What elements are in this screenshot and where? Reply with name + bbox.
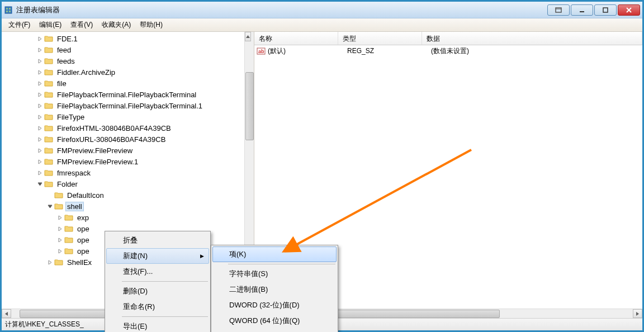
tree-label: ope <box>75 224 91 234</box>
value-type: REG_SZ <box>347 47 431 55</box>
tree-label: ShellEx <box>65 258 93 267</box>
tree-item[interactable]: FilePlaybackTerminal.FilePlaybackTermina… <box>2 89 254 100</box>
expander-icon[interactable] <box>35 179 44 188</box>
expander-icon[interactable] <box>55 246 64 255</box>
context-menu-item[interactable]: 二进制值(B) <box>212 282 337 297</box>
folder-icon <box>44 124 53 132</box>
value-name: (默认) <box>268 46 347 56</box>
tree-item[interactable]: exp <box>2 212 254 223</box>
tree-item[interactable]: FileType <box>2 111 254 122</box>
tree-item[interactable]: fmrespack <box>2 167 254 178</box>
expander-icon[interactable] <box>35 146 44 155</box>
tree-item[interactable]: FilePlaybackTerminal.FilePlaybackTermina… <box>2 100 254 111</box>
context-menu-item[interactable]: 查找(F)... <box>106 264 209 279</box>
expander-icon[interactable] <box>35 79 44 88</box>
expander-icon[interactable] <box>35 68 44 77</box>
context-menu-item[interactable]: 折叠 <box>106 233 209 248</box>
string-value-icon: ab <box>257 46 266 55</box>
tree-label: ope <box>75 235 91 245</box>
folder-icon <box>44 101 53 110</box>
expander-icon[interactable] <box>55 213 64 222</box>
tree-item[interactable]: FMPreview.FilePreview.1 <box>2 156 254 167</box>
tree-item[interactable]: Folder <box>2 178 254 189</box>
tree-label: FilePlaybackTerminal.FilePlaybackTermina… <box>55 90 198 99</box>
folder-icon <box>44 45 53 54</box>
expander-icon[interactable] <box>35 90 44 99</box>
expander-icon[interactable] <box>35 135 44 144</box>
tree-item[interactable]: file <box>2 78 254 89</box>
tree-label: ope <box>75 246 91 256</box>
context-menu-item[interactable]: 字符串值(S) <box>212 266 337 282</box>
expander-icon[interactable] <box>45 191 54 200</box>
context-menu-item[interactable]: 项(K) <box>212 246 337 262</box>
tree-item[interactable]: FMPreview.FilePreview <box>2 145 254 156</box>
context-menu-item[interactable]: DWORD (32-位)值(D) <box>212 297 337 313</box>
tree-label: exp <box>75 213 91 222</box>
context-menu-item[interactable]: 重命名(R) <box>106 299 209 315</box>
tree-item[interactable]: FirefoxURL-308046B0AF4A39CB <box>2 134 254 145</box>
status-path: 计算机\HKEY_CLASSES_ <box>5 320 84 329</box>
close-button[interactable] <box>618 4 640 16</box>
tree-item[interactable]: DefaultIcon <box>2 189 254 201</box>
regedit-window: 注册表编辑器 文件(F) 编辑(E) 查看(V) 收藏夹(A) 帮助(H) FD <box>0 0 644 332</box>
context-menu-item[interactable]: QWORD (64 位)值(Q) <box>212 313 337 329</box>
tree-label: feed <box>55 45 73 55</box>
menu-help[interactable]: 帮助(H) <box>135 18 167 31</box>
expander-icon[interactable] <box>35 112 44 121</box>
svg-text:ab: ab <box>258 49 264 54</box>
expander-icon[interactable] <box>35 168 44 177</box>
tree-label: FileType <box>55 112 86 122</box>
folder-icon <box>44 79 53 88</box>
window-title: 注册表编辑器 <box>16 5 547 15</box>
minimize-button[interactable] <box>571 4 593 16</box>
expander-icon[interactable] <box>45 202 54 211</box>
column-type[interactable]: 类型 <box>338 32 422 45</box>
expander-icon[interactable] <box>35 124 44 132</box>
menu-file[interactable]: 文件(F) <box>4 18 35 31</box>
expander-icon[interactable] <box>45 258 54 267</box>
tree-item[interactable]: FDE.1 <box>2 33 254 44</box>
scrollbar-thumb[interactable] <box>245 72 254 140</box>
tree-item[interactable]: Fiddler.ArchiveZip <box>2 67 254 78</box>
extra-button[interactable] <box>547 4 570 16</box>
context-menu-item[interactable]: 新建(N) <box>106 248 209 264</box>
expander-icon[interactable] <box>35 56 44 65</box>
tree-label: FMPreview.FilePreview.1 <box>55 157 140 167</box>
context-menu-item[interactable]: 导出(E) <box>106 319 209 332</box>
tree-item[interactable]: feed <box>2 44 254 55</box>
tree-label: file <box>55 79 68 88</box>
context-menu-item[interactable]: 删除(D) <box>106 283 209 299</box>
expander-icon[interactable] <box>55 224 64 233</box>
tree-item[interactable]: shell <box>2 201 254 212</box>
tree-label: DefaultIcon <box>65 191 106 200</box>
column-name[interactable]: 名称 <box>254 32 338 45</box>
window-controls <box>547 4 640 16</box>
menu-edit[interactable]: 编辑(E) <box>35 18 66 31</box>
folder-icon <box>44 168 53 177</box>
context-menu-item[interactable]: 多字符串值(M) <box>212 329 337 332</box>
tree-label: feeds <box>55 56 77 66</box>
app-icon <box>4 6 13 15</box>
menu-favorites[interactable]: 收藏夹(A) <box>97 18 135 31</box>
tree-item[interactable]: FirefoxHTML-308046B0AF4A39CB <box>2 122 254 134</box>
maximize-button[interactable] <box>594 4 617 16</box>
folder-icon <box>44 112 53 121</box>
list-row[interactable]: ab (默认) REG_SZ (数值未设置) <box>254 45 642 56</box>
expander-icon[interactable] <box>35 101 44 110</box>
expander-icon[interactable] <box>55 235 64 244</box>
folder-icon <box>54 202 63 211</box>
expander-icon[interactable] <box>35 157 44 166</box>
svg-rect-4 <box>9 11 11 12</box>
svg-rect-2 <box>9 8 11 10</box>
expander-icon[interactable] <box>35 45 44 54</box>
tree-item[interactable]: feeds <box>2 55 254 67</box>
tree-label: FirefoxHTML-308046B0AF4A39CB <box>55 124 173 133</box>
folder-icon <box>54 191 63 200</box>
menu-view[interactable]: 查看(V) <box>66 18 97 31</box>
folder-icon <box>44 34 53 43</box>
tree-label: FMPreview.FilePreview <box>55 146 134 155</box>
expander-icon[interactable] <box>35 34 44 43</box>
value-data: (数值未设置) <box>431 46 640 56</box>
column-data[interactable]: 数据 <box>422 32 642 45</box>
tree-label: FDE.1 <box>55 34 79 44</box>
